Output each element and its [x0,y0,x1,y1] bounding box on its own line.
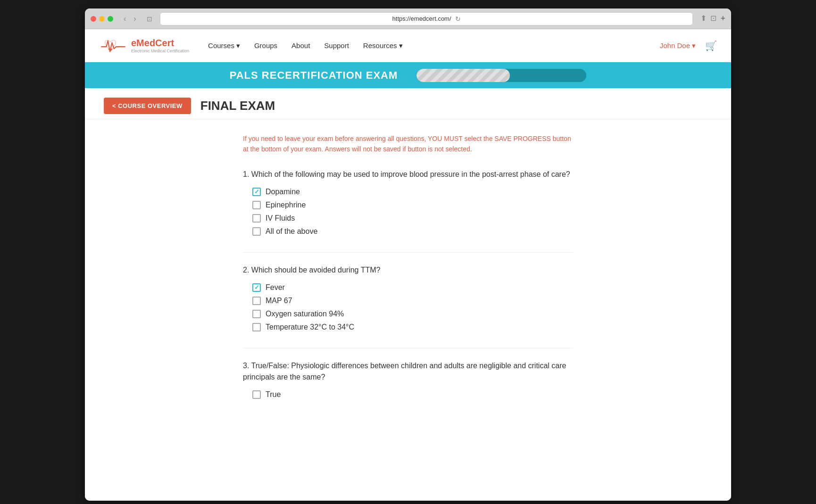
question-3-number: 3. [243,362,251,370]
question-3-options: True [243,390,573,399]
nav-user[interactable]: John Doe ▾ [660,41,696,50]
question-2: 2. Which should be avoided during TTM? F… [243,264,573,331]
q3-option-a[interactable]: True [252,390,573,399]
question-1: 1. Which of the following may be used to… [243,169,573,236]
q2-option-d[interactable]: Temperature 32°C to 34°C [252,323,573,331]
divider-1 [243,252,573,253]
exam-banner: PALS RECERTIFICATION EXAM [85,62,731,88]
progress-bar [416,69,586,82]
course-overview-button[interactable]: < COURSE OVERVIEW [104,98,191,114]
q2-option-a[interactable]: Fever [252,283,573,292]
q3-checkbox-a[interactable] [252,390,261,399]
exam-content: If you need to leave your exam before an… [149,119,667,434]
svg-marker-0 [108,49,113,51]
q2-option-c[interactable]: Oxygen saturation 94% [252,310,573,318]
share-icon[interactable]: ⬆ [700,14,707,24]
cart-icon[interactable]: 🛒 [705,40,717,51]
q1-option-b[interactable]: Epinephrine [252,201,573,209]
q1-option-d[interactable]: All of the above [252,227,573,236]
nav-groups[interactable]: Groups [254,41,277,50]
page-title: FINAL EXAM [200,99,275,113]
q1-checkbox-a[interactable] [252,188,261,196]
question-2-text: 2. Which should be avoided during TTM? [243,264,573,276]
url-text: https://emedcert.com/ [392,15,451,22]
logo-icon [99,34,127,58]
nav-courses[interactable]: Courses ▾ [208,41,240,50]
logo-subtext: Electronic Medical Certification [131,49,189,53]
url-bar[interactable]: https://emedcert.com/ ↻ [160,12,693,25]
question-2-number: 2. [243,266,251,274]
add-tab-icon[interactable]: + [720,14,725,24]
q1-checkbox-d[interactable] [252,227,261,236]
question-1-options: Dopamine Epinephrine IV Fluids All of th… [243,188,573,236]
close-button[interactable] [91,16,96,22]
q2-option-b[interactable]: MAP 67 [252,297,573,305]
save-notice: If you need to leave your exam before an… [243,133,573,155]
q1-checkbox-b[interactable] [252,201,261,209]
progress-bar-fill [416,69,510,82]
question-3: 3. True/False: Physiologic differences b… [243,360,573,399]
q2-checkbox-d[interactable] [252,323,261,331]
q2-checkbox-c[interactable] [252,310,261,318]
exam-title: PALS RECERTIFICATION EXAM [230,69,398,82]
chevron-down-icon: ▾ [692,41,696,50]
question-1-number: 1. [243,170,251,178]
site-nav: eMedCert Electronic Medical Certificatio… [85,29,731,62]
q1-option-c[interactable]: IV Fluids [252,214,573,223]
minimize-button[interactable] [99,16,105,22]
question-3-text: 3. True/False: Physiologic differences b… [243,360,573,383]
traffic-lights [91,16,113,22]
logo-text: eMedCert [131,38,189,49]
divider-2 [243,348,573,348]
back-button[interactable]: ‹ [121,14,129,24]
q1-option-a[interactable]: Dopamine [252,188,573,196]
reload-button[interactable]: ↻ [455,15,461,23]
forward-button[interactable]: › [131,14,139,24]
chevron-down-icon: ▾ [399,41,403,50]
chevron-down-icon: ▾ [236,41,240,50]
logo[interactable]: eMedCert Electronic Medical Certificatio… [99,34,189,58]
tab-view-button[interactable]: ⊡ [143,14,156,24]
q1-checkbox-c[interactable] [252,214,261,223]
course-overview-section: < COURSE OVERVIEW FINAL EXAM [85,88,731,119]
nav-about[interactable]: About [291,41,310,50]
question-2-options: Fever MAP 67 Oxygen saturation 94% Tempe… [243,283,573,331]
nav-support[interactable]: Support [324,41,349,50]
q2-checkbox-a[interactable] [252,283,261,292]
q2-checkbox-b[interactable] [252,297,261,305]
nav-resources[interactable]: Resources ▾ [363,41,403,50]
question-1-text: 1. Which of the following may be used to… [243,169,573,180]
expand-icon[interactable]: ⊡ [710,14,716,24]
maximize-button[interactable] [108,16,113,22]
